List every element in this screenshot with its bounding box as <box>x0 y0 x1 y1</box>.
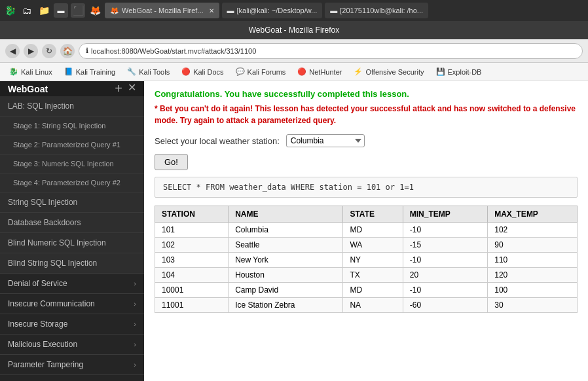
terminal-tab-1-label: [kali@kali: ~/Desktop/w... <box>237 7 318 14</box>
table-cell: 120 <box>488 268 578 283</box>
offensive-security-icon: ⚡ <box>354 67 363 76</box>
close-tab-icon[interactable]: ✕ <box>209 7 214 14</box>
firefox-tab-icon: 🦊 <box>110 7 119 15</box>
table-cell: -60 <box>403 298 487 313</box>
folder-icon[interactable]: 📁 <box>37 3 51 18</box>
sidebar-item-blind-numeric[interactable]: Blind Numeric SQL Injection <box>0 233 144 253</box>
col-max-temp: MAX_TEMP <box>488 206 578 223</box>
sidebar-label-stage3: Stage 3: Numeric SQL Injection <box>13 160 114 168</box>
sidebar-item-stage1[interactable]: Stage 1: String SQL Injection <box>0 117 144 136</box>
bookmark-kali-tools[interactable]: 🔧 Kali Tools <box>122 65 175 79</box>
sidebar-header: WebGoat + ✕ <box>0 81 144 96</box>
table-cell: 102 <box>155 238 229 253</box>
url-bar[interactable]: ℹ localhost:8080/WebGoat/start.mvc#attac… <box>79 43 583 59</box>
weather-station-select[interactable]: Columbia Seattle New York Houston Camp D… <box>286 134 365 147</box>
bookmark-kali-forums[interactable]: 💬 Kali Forums <box>230 65 291 79</box>
table-cell: Seattle <box>229 238 343 253</box>
reload-button[interactable]: ↻ <box>42 44 56 58</box>
sidebar-item-blind-string[interactable]: Blind String SQL Injection <box>0 253 144 274</box>
url-text: localhost:8080/WebGoat/start.mvc#attack/… <box>91 47 256 55</box>
form-label: Select your local weather station: <box>155 136 280 146</box>
browser-title-bar: WebGoat - Mozilla Firefox <box>0 21 588 39</box>
sidebar-label-db-backdoors: Database Backdoors <box>8 218 81 227</box>
table-header-row: STATION NAME STATE MIN_TEMP MAX_TEMP <box>155 206 578 223</box>
sidebar: WebGoat + ✕ LAB: SQL Injection Stage 1: … <box>0 81 144 381</box>
sidebar-item-db-backdoors[interactable]: Database Backdoors <box>0 213 144 233</box>
kali-tools-icon: 🔧 <box>127 67 136 76</box>
table-cell: TX <box>343 268 403 283</box>
apps-icon[interactable]: ⬛ <box>71 3 85 18</box>
sidebar-label-lab-sql: LAB: SQL Injection <box>8 101 74 111</box>
sidebar-item-lab-sql[interactable]: LAB: SQL Injection <box>0 96 144 117</box>
sidebar-item-insecure-communication[interactable]: Insecure Communication › <box>0 294 144 314</box>
terminal-tab-2[interactable]: ▬ [20175110wlb@kali: /ho... <box>325 3 428 18</box>
table-cell: Camp David <box>229 283 343 298</box>
table-cell: Houston <box>229 268 343 283</box>
firefox-window: WebGoat - Mozilla Firefox ◀ ▶ ↻ 🏠 ℹ loca… <box>0 21 588 381</box>
table-cell: 110 <box>488 253 578 268</box>
table-cell: -10 <box>403 253 487 268</box>
terminal-icon[interactable]: ▬ <box>54 3 68 18</box>
sidebar-label-blind-string: Blind String SQL Injection <box>8 259 97 268</box>
table-cell: 102 <box>488 223 578 238</box>
bookmark-offensive-security[interactable]: ⚡ Offensive Security <box>348 65 429 79</box>
sidebar-item-malicious-execution[interactable]: Malicious Execution › <box>0 335 144 355</box>
bookmark-kali-training[interactable]: 📘 Kali Training <box>59 65 121 79</box>
chevron-right-icon-5: › <box>134 361 136 369</box>
table-cell: 11001 <box>155 298 229 313</box>
home-button[interactable]: 🏠 <box>60 44 75 58</box>
go-button[interactable]: Go! <box>155 154 188 170</box>
bookmark-nethunter[interactable]: 🔴 NetHunter <box>292 65 347 79</box>
sidebar-label-denial-of-service: Denial of Service <box>8 279 67 288</box>
files-icon[interactable]: 🗂 <box>20 3 34 18</box>
table-cell: -10 <box>403 283 487 298</box>
chevron-right-icon: › <box>134 280 136 287</box>
sidebar-label-malicious-execution: Malicious Execution <box>8 340 77 349</box>
bookmark-kali-docs[interactable]: 🔴 Kali Docs <box>176 65 229 79</box>
sidebar-label-stage4: Stage 4: Parameterized Query #2 <box>13 179 120 187</box>
sidebar-item-parameter-tampering[interactable]: Parameter Tampering › <box>0 355 144 375</box>
chevron-right-icon-4: › <box>134 340 136 348</box>
bookmark-exploit-db[interactable]: 💾 Exploit-DB <box>431 65 487 79</box>
table-cell: WA <box>343 238 403 253</box>
terminal-tab-1[interactable]: ▬ [kali@kali: ~/Desktop/w... <box>222 3 323 18</box>
firefox-taskbar-icon[interactable]: 🦊 <box>88 3 102 18</box>
forward-button[interactable]: ▶ <box>24 44 38 58</box>
bookmark-kali-linux[interactable]: 🐉 Kali Linux <box>4 65 58 79</box>
col-name: NAME <box>229 206 343 223</box>
sidebar-item-insecure-storage[interactable]: Insecure Storage › <box>0 314 144 335</box>
sidebar-item-stage2[interactable]: Stage 2: Parameterized Query #1 <box>0 136 144 154</box>
back-button[interactable]: ◀ <box>5 44 20 58</box>
sidebar-item-string-sql[interactable]: String SQL Injection <box>0 192 144 213</box>
table-cell: 104 <box>155 268 229 283</box>
kali-dragon-icon[interactable]: 🐉 <box>3 3 17 18</box>
sidebar-item-stage3[interactable]: Stage 3: Numeric SQL Injection <box>0 154 144 173</box>
sidebar-item-session-management[interactable]: Session Management Flaws › <box>0 375 144 381</box>
bookmarks-bar: 🐉 Kali Linux 📘 Kali Training 🔧 Kali Tool… <box>0 63 588 81</box>
table-row: 101ColumbiaMD-10102 <box>155 223 578 238</box>
sidebar-item-stage4[interactable]: Stage 4: Parameterized Query #2 <box>0 173 144 192</box>
col-station: STATION <box>155 206 229 223</box>
weather-station-form: Select your local weather station: Colum… <box>155 134 578 147</box>
browser-title: WebGoat - Mozilla Firefox <box>249 26 340 35</box>
table-cell: 101 <box>155 223 229 238</box>
firefox-tab-label: WebGoat - Mozilla Firef... <box>122 7 204 14</box>
table-cell: New York <box>229 253 343 268</box>
sidebar-label-string-sql: String SQL Injection <box>8 198 77 207</box>
table-cell: NY <box>343 253 403 268</box>
sidebar-item-denial-of-service[interactable]: Denial of Service › <box>0 274 144 294</box>
table-cell: Ice Station Zebra <box>229 298 343 313</box>
table-cell: 30 <box>488 298 578 313</box>
warning-text: * Bet you can't do it again! This lesson… <box>155 103 578 126</box>
kali-training-icon: 📘 <box>64 67 73 76</box>
success-banner: Congratulations. You have successfully c… <box>155 89 578 99</box>
taskbar: 🐉 🗂 📁 ▬ ⬛ 🦊 🦊 WebGoat - Mozilla Firef...… <box>0 0 588 21</box>
sidebar-add-icon[interactable]: + <box>115 81 122 96</box>
table-cell: MD <box>343 283 403 298</box>
sidebar-close-icon[interactable]: ✕ <box>128 81 136 96</box>
kali-linux-icon: 🐉 <box>9 67 18 76</box>
firefox-tab[interactable]: 🦊 WebGoat - Mozilla Firef... ✕ <box>105 3 219 18</box>
sidebar-label-insecure-communication: Insecure Communication <box>8 299 95 308</box>
terminal-tab-2-label: [20175110wlb@kali: /ho... <box>340 7 423 14</box>
table-cell: 20 <box>403 268 487 283</box>
